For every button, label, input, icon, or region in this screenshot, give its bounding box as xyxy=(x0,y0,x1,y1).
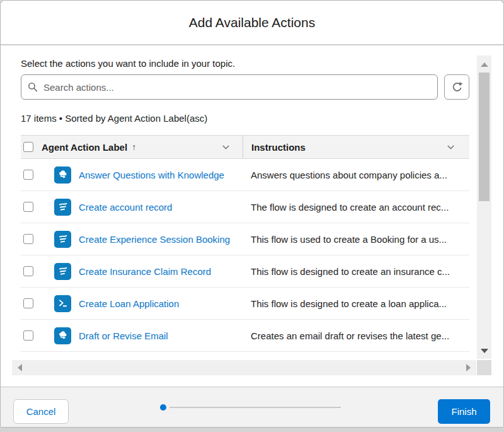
flow-action-icon xyxy=(54,199,71,216)
cancel-button[interactable]: Cancel xyxy=(13,399,69,424)
action-label-link[interactable]: Draft or Revise Email xyxy=(79,330,168,341)
action-label-link[interactable]: Create Insurance Claim Record xyxy=(79,266,211,277)
knowledge-action-icon xyxy=(54,327,71,344)
modal-footer: Cancel Finish xyxy=(1,387,503,427)
refresh-button[interactable] xyxy=(444,74,469,100)
row-instructions: Answers questions about company policies… xyxy=(243,170,469,180)
column-header-agent-action-label[interactable]: Agent Action Label ↑ xyxy=(42,136,243,158)
table-row: Answer Questions with Knowledge Answers … xyxy=(21,159,469,191)
row-instructions: This flow is used to create a Booking fo… xyxy=(243,234,469,245)
modal-header: Add Available Actions xyxy=(1,1,503,45)
progress-step-dot[interactable] xyxy=(160,404,166,411)
row-checkbox[interactable] xyxy=(23,266,33,276)
row-checkbox[interactable] xyxy=(23,298,33,308)
scroll-down-arrow-icon[interactable] xyxy=(481,349,488,353)
row-checkbox-cell xyxy=(21,234,42,244)
table-row: Create account record The flow is design… xyxy=(21,191,469,223)
row-instructions: The flow is designed to create an accoun… xyxy=(243,202,469,213)
progress-indicator xyxy=(160,387,341,428)
row-checkbox-cell xyxy=(21,266,42,276)
select-all-checkbox[interactable] xyxy=(23,142,33,152)
add-available-actions-modal: Add Available Actions Select the actions… xyxy=(0,0,504,428)
row-label-cell: Answer Questions with Knowledge xyxy=(42,166,243,184)
row-instructions: This flow is designed to create an insur… xyxy=(243,266,469,277)
row-label-cell: Create Experience Session Booking xyxy=(42,231,243,248)
flow-action-icon xyxy=(54,231,71,248)
vertical-scrollbar-thumb[interactable] xyxy=(479,73,490,201)
row-instructions: This flow is designed to create a loan a… xyxy=(243,298,469,309)
items-summary: 17 items • Sorted by Agent Action Label(… xyxy=(21,113,503,124)
row-checkbox-cell xyxy=(21,330,42,341)
search-box[interactable] xyxy=(21,74,438,100)
row-checkbox-cell xyxy=(21,202,42,212)
row-checkbox[interactable] xyxy=(23,202,33,212)
row-label-cell: Draft or Revise Email xyxy=(42,327,243,344)
row-instructions: Creates an email draft or revises the la… xyxy=(243,330,469,341)
row-checkbox-cell xyxy=(21,298,42,308)
scroll-left-arrow-icon[interactable] xyxy=(18,364,22,371)
flow-action-icon xyxy=(54,263,71,280)
actions-table: Agent Action Label ↑ Instructions xyxy=(21,135,469,352)
row-label-cell: Create Loan Application xyxy=(42,295,243,312)
scroll-up-arrow-icon[interactable] xyxy=(481,62,488,67)
action-label-link[interactable]: Create account record xyxy=(79,202,172,213)
table-header-row: Agent Action Label ↑ Instructions xyxy=(21,135,469,159)
column-header-instructions[interactable]: Instructions xyxy=(243,136,469,158)
scrollbar-corner xyxy=(477,360,491,375)
row-checkbox[interactable] xyxy=(23,330,33,341)
select-all-cell xyxy=(21,142,42,152)
refresh-icon xyxy=(451,81,463,93)
table-row: Create Insurance Claim Record This flow … xyxy=(21,255,469,288)
apex-action-icon xyxy=(54,295,71,312)
row-label-cell: Create account record xyxy=(42,199,243,216)
modal-title: Add Available Actions xyxy=(189,15,315,30)
table-body: Answer Questions with Knowledge Answers … xyxy=(21,159,469,352)
row-checkbox[interactable] xyxy=(23,170,33,180)
action-label-link[interactable]: Answer Questions with Knowledge xyxy=(79,170,224,180)
table-row: Create Loan Application This flow is des… xyxy=(21,288,469,320)
action-label-link[interactable]: Create Loan Application xyxy=(79,298,179,309)
modal-body: Select the actions you want to include i… xyxy=(1,45,503,352)
row-label-cell: Create Insurance Claim Record xyxy=(42,263,243,280)
search-input[interactable] xyxy=(43,82,431,93)
horizontal-scrollbar[interactable] xyxy=(12,360,476,375)
search-row xyxy=(21,74,469,100)
vertical-scrollbar[interactable] xyxy=(477,55,491,359)
action-label-link[interactable]: Create Experience Session Booking xyxy=(79,234,230,245)
knowledge-action-icon xyxy=(54,166,71,184)
scroll-right-arrow-icon[interactable] xyxy=(466,364,471,371)
progress-track-line xyxy=(169,407,341,408)
instruction-text: Select the actions you want to include i… xyxy=(21,58,503,69)
search-icon xyxy=(28,82,38,92)
row-checkbox[interactable] xyxy=(23,234,33,244)
chevron-down-icon[interactable] xyxy=(221,143,231,152)
sort-ascending-arrow-icon: ↑ xyxy=(132,142,136,152)
row-checkbox-cell xyxy=(21,170,42,180)
table-row: Draft or Revise Email Creates an email d… xyxy=(21,320,469,352)
finish-button[interactable]: Finish xyxy=(438,399,490,424)
page-background-strip xyxy=(0,428,504,432)
table-row: Create Experience Session Booking This f… xyxy=(21,223,469,255)
chevron-down-icon[interactable] xyxy=(446,143,455,152)
